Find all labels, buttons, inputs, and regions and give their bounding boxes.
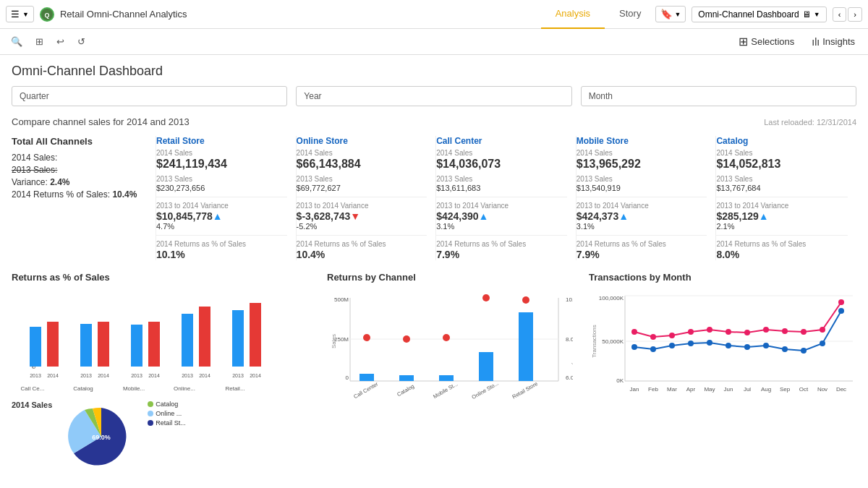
svg-point-93 bbox=[782, 346, 788, 352]
total-kpi: Total All Channels 2014 Sales: 2013 Sale… bbox=[12, 136, 156, 260]
dashboard-label: Omni-Channel Dashboard bbox=[698, 9, 799, 20]
tab-analysis[interactable]: Analysis bbox=[541, 0, 605, 29]
svg-point-85 bbox=[631, 344, 637, 350]
svg-point-88 bbox=[688, 341, 694, 346]
channel-online: Online Store 2014 Sales $66,143,884 2013… bbox=[297, 136, 437, 260]
svg-point-53 bbox=[363, 334, 370, 341]
page-title: Omni-Channel Dashboard bbox=[12, 64, 856, 79]
svg-text:Dec: Dec bbox=[836, 386, 846, 393]
svg-text:2014: 2014 bbox=[47, 373, 59, 378]
channel-retail: Retail Store 2014 Sales $241,119,434 201… bbox=[156, 136, 297, 260]
svg-point-81 bbox=[782, 328, 788, 334]
svg-rect-27 bbox=[199, 307, 210, 367]
total-variance: Variance: 2.4% bbox=[12, 177, 147, 187]
svg-text:2014: 2014 bbox=[98, 373, 109, 378]
svg-rect-51 bbox=[479, 352, 493, 381]
svg-rect-17 bbox=[131, 325, 142, 367]
transactions-by-month-chart: Transactions by Month 100,000K 50,000K 0… bbox=[589, 272, 856, 473]
selections-label: Selections bbox=[751, 36, 794, 47]
dashboard-button[interactable]: Omni-Channel Dashboard 🖥 ▼ bbox=[692, 7, 826, 22]
svg-text:2013: 2013 bbox=[30, 373, 41, 378]
svg-point-57 bbox=[522, 296, 529, 304]
svg-text:Q: Q bbox=[44, 12, 49, 19]
bookmark-icon: 🔖 bbox=[660, 9, 673, 20]
svg-point-90 bbox=[726, 343, 731, 348]
redo-tool[interactable]: ↺ bbox=[72, 33, 90, 50]
svg-rect-13 bbox=[98, 322, 109, 367]
svg-text:Jun: Jun bbox=[724, 386, 733, 393]
svg-rect-20 bbox=[148, 322, 160, 367]
svg-rect-31 bbox=[232, 310, 244, 367]
svg-point-91 bbox=[744, 344, 750, 350]
svg-text:Transactions: Transactions bbox=[591, 325, 597, 358]
svg-text:2014: 2014 bbox=[148, 373, 160, 378]
svg-text:Mobile St...: Mobile St... bbox=[432, 381, 459, 401]
svg-text:Feb: Feb bbox=[648, 386, 658, 393]
svg-text:2013: 2013 bbox=[232, 373, 244, 378]
returns-by-channel-chart: Returns by Channel 500M 250M 0 10.00% 8.… bbox=[327, 272, 577, 473]
svg-text:2013: 2013 bbox=[131, 373, 142, 378]
svg-text:6.00%: 6.00% bbox=[566, 374, 573, 381]
menu-arrow: ▼ bbox=[22, 11, 29, 18]
svg-point-76 bbox=[688, 329, 694, 335]
svg-text:500M: 500M bbox=[334, 296, 349, 303]
grid-tool[interactable]: ⊞ bbox=[30, 33, 48, 50]
svg-point-95 bbox=[820, 341, 825, 346]
svg-text:Mobile...: Mobile... bbox=[123, 385, 145, 392]
svg-point-78 bbox=[726, 329, 731, 335]
pie-chart-svg: 69.0% bbox=[58, 401, 145, 473]
pie-area: 2014 Sales 69.0% Catalog bbox=[12, 401, 315, 473]
svg-text:Catalog: Catalog bbox=[73, 385, 93, 392]
svg-point-80 bbox=[763, 327, 769, 333]
svg-text:2013: 2013 bbox=[182, 373, 193, 378]
month-filter[interactable]: Month bbox=[581, 86, 856, 106]
last-reloaded: Last reloaded: 12/31/2014 bbox=[764, 118, 856, 127]
svg-point-92 bbox=[763, 343, 769, 348]
app-title: Retail Omni-Channel Analytics bbox=[60, 9, 187, 20]
svg-text:Call Ce...: Call Ce... bbox=[21, 385, 45, 392]
returns-pct-title: Returns as % of Sales bbox=[12, 272, 315, 283]
svg-point-84 bbox=[838, 299, 844, 305]
svg-point-94 bbox=[801, 348, 807, 354]
svg-text:0K: 0K bbox=[616, 377, 624, 384]
toolbar: 🔍 ⊞ ↩ ↺ ⊞ Selections ılı Insights bbox=[0, 29, 868, 55]
svg-text:Catalog: Catalog bbox=[396, 382, 415, 398]
svg-point-82 bbox=[801, 329, 807, 335]
insights-icon: ılı bbox=[812, 36, 820, 48]
svg-text:Retail Store: Retail Store bbox=[511, 380, 539, 400]
menu-button[interactable]: ☰ ▼ bbox=[6, 6, 34, 22]
tab-story[interactable]: Story bbox=[605, 0, 655, 29]
svg-point-73 bbox=[631, 329, 637, 335]
charts-row: Returns as % of Sales 6.96% 2013 7.93% 2… bbox=[12, 272, 856, 473]
year-filter[interactable]: Year bbox=[296, 86, 571, 106]
bookmark-button[interactable]: 🔖 ▼ bbox=[655, 6, 686, 22]
undo-tool[interactable]: ↩ bbox=[51, 33, 69, 50]
zoom-tool[interactable]: 🔍 bbox=[6, 33, 27, 50]
svg-text:Apr: Apr bbox=[686, 386, 696, 393]
svg-text:0: 0 bbox=[346, 374, 349, 381]
prev-button[interactable]: ‹ bbox=[833, 7, 847, 22]
svg-text:Call Center: Call Center bbox=[352, 380, 379, 400]
svg-rect-10 bbox=[80, 324, 92, 367]
mobile-variance: $424,373▲ bbox=[576, 210, 707, 222]
svg-text:50,000K: 50,000K bbox=[602, 338, 624, 345]
bookmark-arrow: ▼ bbox=[674, 11, 681, 18]
svg-text:Retail...: Retail... bbox=[225, 385, 244, 392]
selections-button[interactable]: ⊞ Selections bbox=[731, 33, 801, 51]
app-icon: Q bbox=[40, 7, 54, 22]
svg-text:Sep: Sep bbox=[780, 386, 791, 393]
svg-text:Nov: Nov bbox=[817, 386, 827, 393]
svg-rect-34 bbox=[250, 303, 261, 367]
dashboard-arrow: ▼ bbox=[814, 11, 820, 18]
quarter-filter[interactable]: Quarter bbox=[12, 86, 287, 106]
svg-point-55 bbox=[443, 334, 450, 341]
insights-button[interactable]: ılı Insights bbox=[804, 34, 862, 50]
next-button[interactable]: › bbox=[848, 7, 862, 22]
svg-text:Oct: Oct bbox=[799, 386, 809, 393]
svg-text:10.00%: 10.00% bbox=[566, 296, 573, 303]
total-title: Total All Channels bbox=[12, 136, 147, 147]
svg-text:8.00%: 8.00% bbox=[566, 336, 573, 343]
monitor-icon: 🖥 bbox=[802, 9, 811, 20]
returns-pct-svg: 6.96% 2013 7.93% 2014 Call Ce... 7.15% 2… bbox=[12, 287, 308, 395]
catalog-variance: $285,129▲ bbox=[716, 210, 848, 222]
